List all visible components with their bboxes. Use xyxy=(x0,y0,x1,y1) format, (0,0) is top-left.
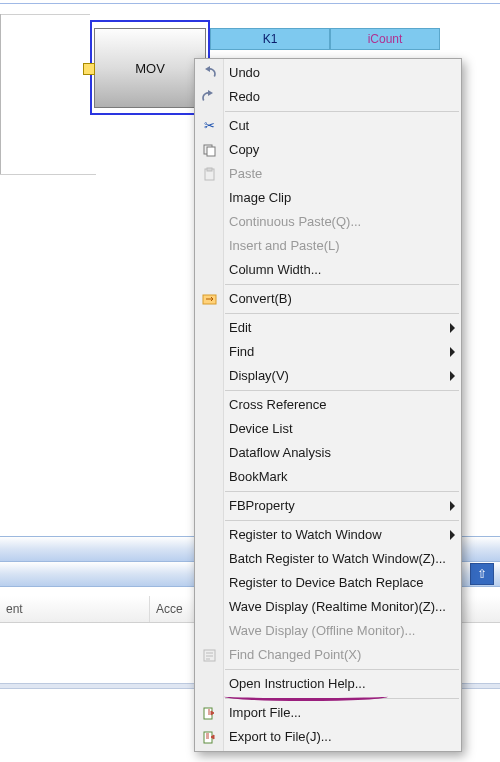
menu-image-clip[interactable]: Image Clip xyxy=(195,186,461,210)
menu-label: Open Instruction Help... xyxy=(229,676,366,691)
operand-cell-k1[interactable]: K1 xyxy=(210,28,330,50)
menu-label: BookMark xyxy=(229,469,288,484)
menu-label: Import File... xyxy=(229,705,301,720)
menu-label: Copy xyxy=(229,142,259,157)
menu-insert-paste: Insert and Paste(L) xyxy=(195,234,461,258)
ladder-rail xyxy=(0,14,1,174)
menu-separator xyxy=(225,698,459,699)
menu-separator xyxy=(225,390,459,391)
redo-icon xyxy=(200,88,218,106)
convert-icon xyxy=(200,290,218,308)
menu-redo[interactable]: Redo xyxy=(195,85,461,109)
menu-edit[interactable]: Edit xyxy=(195,316,461,340)
menu-label: Wave Display (Realtime Monitor)(Z)... xyxy=(229,599,446,614)
menu-display[interactable]: Display(V) xyxy=(195,364,461,388)
menu-separator xyxy=(225,284,459,285)
operand-label: iCount xyxy=(368,32,403,46)
menu-label: Insert and Paste(L) xyxy=(229,238,340,253)
submenu-arrow-icon xyxy=(450,371,455,381)
column-header-label: Acce xyxy=(156,602,183,616)
instruction-block[interactable]: MOV xyxy=(94,28,206,108)
block-pin[interactable] xyxy=(83,63,95,75)
grid-line xyxy=(0,14,90,15)
context-menu: Undo Redo ✂ Cut Copy Paste Image Clip Co… xyxy=(194,58,462,752)
menu-label: Display(V) xyxy=(229,368,289,383)
submenu-arrow-icon xyxy=(450,323,455,333)
menu-wave-realtime[interactable]: Wave Display (Realtime Monitor)(Z)... xyxy=(195,595,461,619)
menu-column-width[interactable]: Column Width... xyxy=(195,258,461,282)
menu-bookmark[interactable]: BookMark xyxy=(195,465,461,489)
menu-cut[interactable]: ✂ Cut xyxy=(195,114,461,138)
svg-rect-1 xyxy=(207,147,215,156)
menu-separator xyxy=(225,520,459,521)
cut-icon: ✂ xyxy=(200,117,218,135)
menu-wave-offline: Wave Display (Offline Monitor)... xyxy=(195,619,461,643)
menu-export-file[interactable]: Export to File(J)... xyxy=(195,725,461,749)
menu-find[interactable]: Find xyxy=(195,340,461,364)
menu-label: FBProperty xyxy=(229,498,295,513)
menu-label: Edit xyxy=(229,320,251,335)
menu-label: Cross Reference xyxy=(229,397,327,412)
menu-label: Image Clip xyxy=(229,190,291,205)
menu-label: Batch Register to Watch Window(Z)... xyxy=(229,551,446,566)
menu-label: Wave Display (Offline Monitor)... xyxy=(229,623,415,638)
copy-icon xyxy=(200,141,218,159)
divider xyxy=(0,3,500,4)
svg-rect-3 xyxy=(207,168,212,171)
operand-label: K1 xyxy=(263,32,278,46)
menu-label: Paste xyxy=(229,166,262,181)
menu-dataflow[interactable]: Dataflow Analysis xyxy=(195,441,461,465)
menu-label: Register to Device Batch Replace xyxy=(229,575,423,590)
menu-label: Convert(B) xyxy=(229,291,292,306)
paste-icon xyxy=(200,165,218,183)
menu-label: Register to Watch Window xyxy=(229,527,382,542)
export-icon xyxy=(200,728,218,746)
menu-label: Find Changed Point(X) xyxy=(229,647,361,662)
menu-separator xyxy=(225,669,459,670)
import-icon xyxy=(200,704,218,722)
menu-label: Device List xyxy=(229,421,293,436)
menu-paste: Paste xyxy=(195,162,461,186)
menu-cross-reference[interactable]: Cross Reference xyxy=(195,393,461,417)
menu-label: Continuous Paste(Q)... xyxy=(229,214,361,229)
instruction-label: MOV xyxy=(135,61,165,76)
column-header-label: ent xyxy=(6,602,23,616)
menu-label: Column Width... xyxy=(229,262,321,277)
menu-batch-register-watch[interactable]: Batch Register to Watch Window(Z)... xyxy=(195,547,461,571)
menu-undo[interactable]: Undo xyxy=(195,61,461,85)
menu-device-list[interactable]: Device List xyxy=(195,417,461,441)
submenu-arrow-icon xyxy=(450,501,455,511)
menu-separator xyxy=(225,491,459,492)
undo-icon xyxy=(200,64,218,82)
menu-find-changed: Find Changed Point(X) xyxy=(195,643,461,667)
menu-open-instruction-help[interactable]: Open Instruction Help... xyxy=(195,672,461,696)
menu-import-file[interactable]: Import File... xyxy=(195,701,461,725)
pin-button[interactable]: ⇧ xyxy=(470,563,494,585)
menu-separator xyxy=(225,313,459,314)
menu-label: Undo xyxy=(229,65,260,80)
menu-register-watch[interactable]: Register to Watch Window xyxy=(195,523,461,547)
menu-label: Redo xyxy=(229,89,260,104)
menu-fbproperty[interactable]: FBProperty xyxy=(195,494,461,518)
menu-label: Cut xyxy=(229,118,249,133)
menu-continuous-paste: Continuous Paste(Q)... xyxy=(195,210,461,234)
menu-separator xyxy=(225,111,459,112)
column-header-ent[interactable]: ent xyxy=(0,596,150,622)
operand-cell-icount[interactable]: iCount xyxy=(330,28,440,50)
menu-label: Find xyxy=(229,344,254,359)
find-changed-icon xyxy=(200,646,218,664)
grid-line xyxy=(0,174,96,175)
menu-copy[interactable]: Copy xyxy=(195,138,461,162)
pin-icon: ⇧ xyxy=(477,567,487,581)
submenu-arrow-icon xyxy=(450,530,455,540)
menu-convert[interactable]: Convert(B) xyxy=(195,287,461,311)
menu-label: Export to File(J)... xyxy=(229,729,332,744)
menu-register-device-batch[interactable]: Register to Device Batch Replace xyxy=(195,571,461,595)
submenu-arrow-icon xyxy=(450,347,455,357)
menu-label: Dataflow Analysis xyxy=(229,445,331,460)
